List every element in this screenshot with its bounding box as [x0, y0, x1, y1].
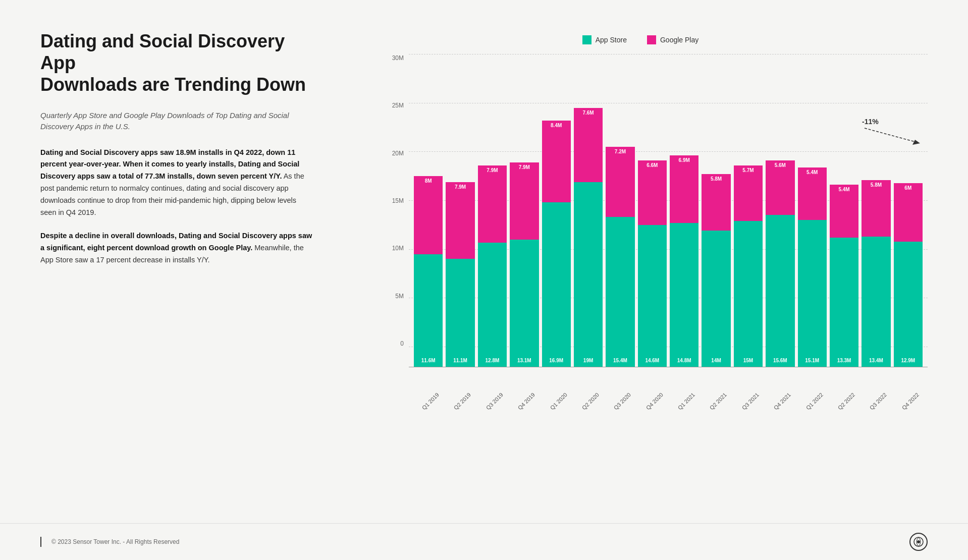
trend-annotation: -11%	[862, 118, 923, 146]
bar-top-label-12: 5.4M	[798, 170, 827, 175]
bar-bottom-label-3: 13.1M	[510, 358, 539, 363]
bar-top-1: 7.9M	[446, 182, 474, 259]
y-label-25m: 25M	[381, 102, 404, 109]
bar-group-q1-2020: 8.4M16.9M	[542, 75, 571, 367]
bar-bottom-label-0: 11.6M	[414, 358, 443, 363]
googleplay-label: Google Play	[660, 36, 698, 44]
bar-top-3: 7.9M	[510, 162, 539, 240]
bar-top-8: 6.9M	[670, 155, 698, 222]
y-label-15m: 15M	[381, 197, 404, 204]
bar-top-label-8: 6.9M	[670, 157, 698, 163]
bar-bottom-6: 15.4M	[606, 217, 634, 367]
bar-group-q4-2019: 7.9M13.1M	[510, 75, 539, 367]
x-axis-labels: Q1 2019Q2 2019Q3 2019Q4 2019Q1 2020Q2 20…	[409, 399, 928, 405]
chart-inner: 0 5M 10M 15M 20M 25M 30M	[381, 54, 928, 367]
bar-group-q1-2022: 5.4M15.1M	[798, 75, 827, 367]
main-content: Dating and Social Discovery App Download…	[0, 0, 968, 523]
bar-bottom-label-12: 15.1M	[798, 358, 827, 363]
y-axis: 0 5M 10M 15M 20M 25M 30M	[381, 54, 404, 347]
bar-bottom-label-1: 11.1M	[446, 358, 474, 363]
footer: © 2023 Sensor Tower Inc. - All Rights Re…	[0, 523, 968, 560]
bar-bottom-7: 14.6M	[638, 225, 667, 367]
bar-bottom-label-10: 15M	[734, 358, 763, 363]
x-label-12: Q1 2022	[802, 389, 827, 414]
bar-top-11: 5.6M	[766, 160, 794, 215]
x-label-8: Q1 2021	[674, 389, 698, 414]
bars-container: 8M11.6M7.9M11.1M7.9M12.8M7.9M13.1M8.4M16…	[409, 75, 928, 367]
x-label-0: Q1 2019	[418, 389, 443, 414]
y-label-20m: 20M	[381, 150, 404, 157]
bar-bottom-label-8: 14.8M	[670, 358, 698, 363]
bar-top-label-6: 7.2M	[606, 149, 634, 154]
zero-line	[409, 367, 928, 367]
bar-top-label-10: 5.7M	[734, 167, 763, 173]
bar-bottom-14: 13.4M	[862, 237, 890, 367]
bar-top-13: 5.4M	[830, 185, 858, 237]
bar-group-q2-2022: 5.4M13.3M	[830, 75, 858, 367]
bar-bottom-label-7: 14.6M	[638, 358, 667, 363]
trend-arrow-svg	[862, 126, 923, 146]
bar-top-label-9: 5.8M	[702, 176, 730, 182]
chart-legend: App Store Google Play	[353, 35, 928, 44]
bar-top-6: 7.2M	[606, 147, 634, 217]
bar-bottom-8: 14.8M	[670, 223, 698, 367]
bar-top-label-1: 7.9M	[446, 184, 474, 190]
svg-line-0	[865, 128, 915, 142]
y-label-10m: 10M	[381, 245, 404, 252]
bar-bottom-label-4: 16.9M	[542, 358, 571, 363]
bar-top-label-13: 5.4M	[830, 187, 858, 192]
bar-group-q3-2019: 7.9M12.8M	[478, 75, 507, 367]
footer-divider	[40, 537, 41, 547]
x-label-9: Q2 2021	[706, 389, 731, 414]
bar-bottom-label-14: 13.4M	[862, 358, 890, 363]
googleplay-swatch	[647, 35, 656, 44]
bar-bottom-10: 15M	[734, 221, 763, 367]
x-label-4: Q1 2020	[546, 389, 571, 414]
bar-bottom-label-6: 15.4M	[606, 358, 634, 363]
bar-bottom-label-15: 12.9M	[894, 358, 923, 363]
bar-top-0: 8M	[414, 176, 443, 254]
svg-marker-1	[912, 140, 920, 145]
bar-top-label-3: 7.9M	[510, 164, 539, 170]
bar-top-14: 5.8M	[862, 180, 890, 237]
bar-bottom-0: 11.6M	[414, 254, 443, 367]
bar-top-15: 6M	[894, 183, 923, 242]
bar-bottom-9: 14M	[702, 231, 730, 367]
bar-top-label-15: 6M	[894, 185, 923, 191]
bar-top-5: 7.6M	[574, 108, 603, 182]
x-label-13: Q2 2022	[834, 389, 858, 414]
bar-top-label-4: 8.4M	[542, 123, 571, 128]
bar-bottom-4: 16.9M	[542, 202, 571, 367]
chart-area: 0 5M 10M 15M 20M 25M 30M	[353, 54, 928, 503]
x-label-14: Q3 2022	[866, 389, 891, 414]
bar-group-q3-2021: 5.7M15M	[734, 75, 763, 367]
y-label-30m: 30M	[381, 54, 404, 62]
bar-group-q2-2019: 7.9M11.1M	[446, 75, 474, 367]
subtitle: Quarterly App Store and Google Play Down…	[40, 110, 313, 133]
bar-top-label-5: 7.6M	[574, 110, 603, 116]
y-label-0: 0	[381, 340, 404, 347]
x-label-15: Q4 2022	[898, 389, 923, 414]
bar-bottom-label-9: 14M	[702, 358, 730, 363]
footer-copyright: © 2023 Sensor Tower Inc. - All Rights Re…	[51, 538, 179, 545]
y-label-5m: 5M	[381, 293, 404, 300]
bar-group-q1-2021: 6.9M14.8M	[670, 75, 698, 367]
bar-bottom-13: 13.3M	[830, 238, 858, 367]
bar-top-label-7: 6.6M	[638, 162, 667, 168]
bar-group-q4-2020: 6.6M14.6M	[638, 75, 667, 367]
x-label-10: Q3 2021	[738, 389, 763, 414]
x-label-1: Q2 2019	[450, 389, 475, 414]
bar-bottom-2: 12.8M	[478, 243, 507, 367]
svg-point-3	[917, 540, 920, 543]
left-panel: Dating and Social Discovery App Download…	[40, 30, 333, 503]
bar-top-7: 6.6M	[638, 160, 667, 225]
appstore-swatch	[582, 35, 591, 44]
bar-group-q1-2019: 8M11.6M	[414, 75, 443, 367]
x-label-5: Q2 2020	[578, 389, 603, 414]
bar-group-q2-2020: 7.6M19M	[574, 75, 603, 367]
bar-group-q2-2021: 5.8M14M	[702, 75, 730, 367]
appstore-label: App Store	[596, 36, 627, 44]
bar-top-label-14: 5.8M	[862, 182, 890, 188]
x-label-7: Q4 2020	[642, 389, 667, 414]
bar-group-q3-2020: 7.2M15.4M	[606, 75, 634, 367]
